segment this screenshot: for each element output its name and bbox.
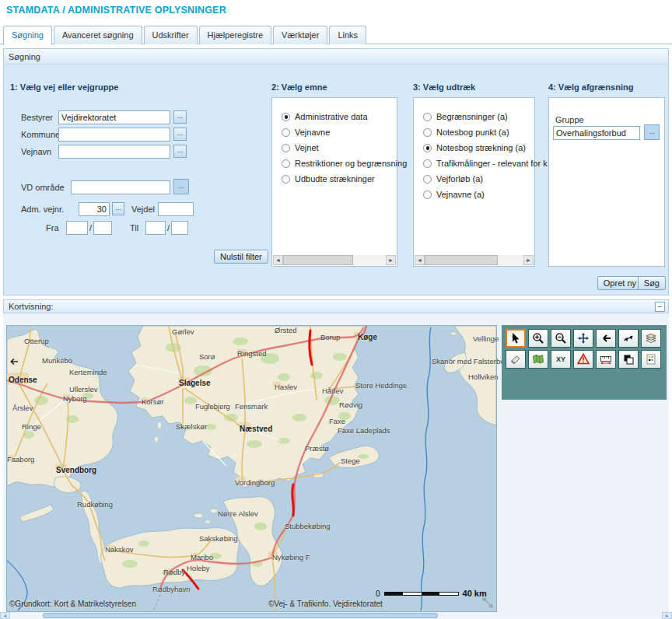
- bestyrer-input[interactable]: [58, 110, 170, 124]
- vejdel-input[interactable]: [158, 202, 194, 216]
- adm-vejnr-input[interactable]: [79, 202, 110, 216]
- collapse-button[interactable]: −: [655, 302, 665, 312]
- dog-tool-button[interactable]: [618, 329, 639, 348]
- search-section: Søgning 1: Vælg vej eller vejgruppe Best…: [3, 48, 669, 296]
- radio-option[interactable]: Vejnavne: [282, 128, 397, 137]
- pan-button[interactable]: [573, 329, 593, 348]
- radio-option[interactable]: Restriktioner og begrænsning: [282, 159, 397, 168]
- radio-icon[interactable]: [282, 128, 290, 137]
- map-sheet-button[interactable]: [528, 350, 548, 369]
- radio-icon[interactable]: [423, 175, 432, 184]
- radio-option[interactable]: Notesbog strækning (a): [423, 143, 534, 152]
- radio-option[interactable]: Notesbog punkt (a): [423, 128, 534, 137]
- radio-icon[interactable]: [282, 144, 290, 152]
- warning-button[interactable]: [573, 350, 593, 369]
- bestyrer-picker-button[interactable]: ...: [173, 110, 187, 124]
- radio-icon[interactable]: [423, 128, 432, 137]
- eraser-icon: [509, 353, 522, 365]
- tab-links[interactable]: Links: [329, 26, 366, 44]
- radio-icon[interactable]: [423, 113, 432, 121]
- zoom-out-icon: [555, 332, 567, 344]
- udtraek-radio-group: Begrænsninger (a)Notesbog punkt (a)Notes…: [414, 98, 534, 199]
- folded-map-icon: [532, 353, 544, 365]
- map[interactable]: OtterupGørlevØrstedBorupKøgeMunkeboSorøR…: [6, 325, 497, 612]
- search-button[interactable]: Søg: [638, 276, 666, 290]
- zoom-in-button[interactable]: [528, 329, 548, 348]
- page-scroll-right-button[interactable]: ►: [662, 612, 672, 619]
- tab-udskrifter[interactable]: Udskrifter: [144, 26, 198, 44]
- til-station-input[interactable]: [145, 221, 166, 235]
- gruppe-label: Gruppe: [555, 115, 584, 124]
- radio-option[interactable]: Begrænsninger (a): [423, 112, 534, 121]
- radio-label: Notesbog punkt (a): [436, 128, 509, 137]
- select-arrow-button[interactable]: [506, 329, 526, 348]
- warning-triangle-icon: [577, 353, 590, 365]
- radio-label: Administrative data: [295, 112, 368, 121]
- radio-option[interactable]: Vejnavne (a): [423, 190, 534, 199]
- radio-icon[interactable]: [282, 159, 290, 168]
- eraser-button[interactable]: [506, 350, 526, 369]
- map-attribution-traffic: ©Vej- & Trafikinfo. Vejdirektoratet: [268, 600, 383, 608]
- radio-icon[interactable]: [423, 144, 432, 152]
- vejnavn-input[interactable]: [58, 145, 170, 159]
- gruppe-input[interactable]: [553, 126, 640, 140]
- radio-option[interactable]: Vejnet: [282, 143, 397, 152]
- scroll-track[interactable]: [425, 255, 523, 265]
- bestyrer-label: Bestyrer: [21, 113, 53, 122]
- vd-omraade-picker-button[interactable]: ...: [173, 179, 189, 194]
- layers-button[interactable]: [641, 329, 661, 348]
- scalebar-bar: [384, 592, 459, 596]
- scalebar-distance: 40 km: [463, 589, 487, 598]
- radio-label: Udbudte strækninger: [295, 174, 375, 184]
- radio-icon[interactable]: [282, 113, 290, 121]
- radio-option[interactable]: Vejforløb (a): [423, 174, 534, 184]
- previous-extent-button[interactable]: [596, 329, 616, 348]
- radio-icon[interactable]: [423, 191, 432, 199]
- radio-option[interactable]: Udbudte strækninger: [282, 174, 397, 184]
- scroll-right-button[interactable]: ►: [386, 255, 396, 265]
- scroll-track[interactable]: [283, 255, 386, 265]
- tab-s-gning[interactable]: Søgning: [3, 26, 52, 45]
- gruppe-picker-button[interactable]: ...: [644, 124, 660, 140]
- fra-offset-input[interactable]: [93, 221, 112, 235]
- vejnavn-picker-button[interactable]: ...: [173, 145, 187, 158]
- legend-button[interactable]: [641, 350, 661, 369]
- map-section-body: OtterupGørlevØrstedBorupKøgeMunkeboSorøR…: [3, 313, 669, 612]
- zoom-out-button[interactable]: [551, 329, 571, 348]
- pan-icon: [577, 332, 590, 344]
- page-scroll-thumb[interactable]: [43, 613, 438, 618]
- create-new-button[interactable]: Opret ny: [597, 276, 642, 290]
- fra-station-input[interactable]: [66, 221, 88, 235]
- kommune-picker-button[interactable]: ...: [173, 128, 187, 141]
- til-offset-input[interactable]: [171, 221, 188, 235]
- tab-hj-lperegistre[interactable]: Hjælperegistre: [199, 26, 272, 44]
- page-scroll-left-button[interactable]: ◄: [0, 612, 10, 619]
- measure-button[interactable]: [596, 350, 616, 369]
- scroll-right-button[interactable]: ►: [523, 255, 534, 265]
- radio-option[interactable]: Trafikmålinger - relevant for k: [423, 159, 534, 168]
- reset-filter-button[interactable]: Nulstil filter: [214, 250, 268, 264]
- xy-coordinates-button[interactable]: XY: [551, 350, 571, 369]
- scroll-thumb[interactable]: [425, 255, 498, 265]
- map-graphic: [7, 326, 496, 611]
- panel1-title: 1: Vælg vej eller vejgruppe: [10, 82, 118, 92]
- radio-option[interactable]: Administrative data: [282, 112, 397, 121]
- page-hscrollbar[interactable]: ◄ ►: [0, 612, 672, 619]
- tab-v-rkt-jer[interactable]: Værktøjer: [273, 26, 327, 44]
- adm-vejnr-picker-button[interactable]: ...: [112, 202, 124, 215]
- search-section-header: Søgning: [4, 49, 668, 65]
- overlay-button[interactable]: [618, 350, 639, 369]
- scroll-thumb[interactable]: [283, 255, 353, 265]
- scroll-left-button[interactable]: ◄: [273, 255, 283, 265]
- scroll-left-button[interactable]: ◄: [415, 255, 425, 265]
- radio-label: Begrænsninger (a): [436, 112, 508, 121]
- panel2-hscrollbar[interactable]: ◄ ►: [273, 255, 396, 265]
- tab-avanceret-s-gning[interactable]: Avanceret søgning: [54, 26, 142, 44]
- back-arrow-icon: [600, 332, 612, 344]
- vd-omraade-input[interactable]: [71, 180, 170, 194]
- radio-icon[interactable]: [282, 175, 290, 184]
- kommune-input[interactable]: [58, 128, 170, 142]
- radio-icon[interactable]: [423, 159, 432, 168]
- panel3-hscrollbar[interactable]: ◄ ►: [415, 255, 534, 265]
- vejnavn-label: Vejnavn: [21, 147, 51, 156]
